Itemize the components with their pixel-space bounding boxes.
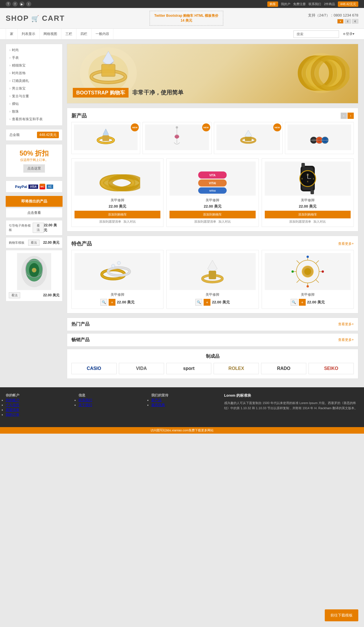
product-image [288, 125, 351, 150]
nav-list[interactable]: 列表显示 [18, 29, 40, 39]
my-account-link[interactable]: 我的户 [281, 2, 290, 6]
template1-look[interactable]: 看法 [33, 223, 44, 233]
footer-link-account[interactable]: 您的账户 [6, 398, 19, 402]
promo-box: Twitter Bootstrap 购物车 HTML 模板售价 14 美元 [150, 11, 224, 26]
bestseller-see-more[interactable]: 查看更多+ [338, 338, 354, 342]
svg-rect-57 [301, 163, 305, 167]
top-bar: T f ▶ t 购客 我的户 免费注册 联系我们 2件商品 448.42元元 [0, 0, 364, 8]
flag-eur[interactable]: € [352, 19, 358, 24]
coming-soon-btn[interactable]: 即将推出的产品 [6, 196, 63, 207]
product-name: 美甲修脚 [169, 198, 255, 203]
brand-rado[interactable]: RADO [261, 363, 306, 374]
next-btn[interactable]: › [348, 113, 354, 119]
sidebar-item-beads[interactable]: 散珠 [6, 108, 62, 115]
flag-cny[interactable]: ¥ [337, 19, 344, 24]
svg-rect-22 [102, 135, 109, 141]
shop-button[interactable]: 购客 [267, 1, 278, 7]
brand-casio[interactable]: CASIO [71, 363, 117, 374]
nav-home[interactable]: 家 [6, 29, 18, 39]
hot-see-more[interactable]: 查看更多+ [338, 322, 354, 327]
nav-general[interactable]: 一般内容 [92, 29, 113, 39]
brand-vida[interactable]: VIDA [119, 363, 164, 374]
paypal-box: PayPal VISA MC AE [6, 181, 63, 193]
template2-look[interactable]: 看法 [28, 240, 40, 246]
footer-link-new-products[interactable]: 新产品 [151, 398, 162, 402]
search-input[interactable] [293, 30, 339, 38]
list-item [285, 122, 354, 154]
youtube-icon[interactable]: ▶ [19, 1, 24, 7]
twitter-icon[interactable]: T [6, 1, 11, 7]
main-container: 时尚 手表 精细珠宝 时尚首饰 订婚及婚礼 男士珠宝 复古与古董 裸钻 散珠 查… [0, 40, 364, 387]
sidebar-item-antique[interactable]: 复古与古董 [6, 92, 62, 100]
add-to-cart-button[interactable]: 添加到购物车 [75, 211, 160, 218]
cart-items-link[interactable]: 2件商品 [324, 2, 335, 6]
sidebar-item-mens[interactable]: 男士珠宝 [6, 85, 62, 92]
footer-link-about[interactable]: 关于我们 [78, 403, 92, 407]
brand-seiko[interactable]: SEIKO [309, 363, 354, 374]
product-image [265, 253, 351, 290]
flag-buttons: ¥ £ € [308, 19, 358, 24]
zoom-icon[interactable]: 🔍 [100, 299, 107, 306]
featured-see-more[interactable]: 查看更多+ [338, 241, 354, 246]
product-name: 美甲修脚 [265, 292, 351, 297]
jewel-look-btn[interactable]: 看法 [9, 292, 20, 298]
plus-icon[interactable]: + [299, 299, 306, 306]
product-price: 22.00 美元 [169, 204, 255, 209]
footer-link-orders[interactable]: 我的订单 [6, 413, 19, 417]
header-promo: Twitter Bootstrap 购物车 HTML 模板售价 14 美元 [150, 11, 224, 26]
zoom-icon[interactable]: 🔍 [195, 299, 202, 306]
brand-rolex[interactable]: ROLEX [214, 363, 259, 374]
wishlist-link[interactable]: 添加到愿望清单 [289, 220, 311, 224]
hot-products-title: 热门产品 [71, 321, 90, 327]
footer-link-wishlist[interactable]: 愿望清单 [6, 408, 19, 412]
tumblr-icon[interactable]: t [26, 1, 31, 7]
facebook-icon[interactable]: f [13, 1, 18, 7]
prev-btn[interactable]: ‹ [341, 113, 347, 119]
top-bar-right: 购客 我的户 免费注册 联系我们 2件商品 448.42元元 [267, 1, 358, 7]
list-item: NEW [214, 122, 283, 154]
product-image: VITA VITAI VITAI [169, 162, 255, 196]
compare-link[interactable]: 加入对比 [123, 220, 136, 224]
logo[interactable]: SHOP 🛒 CART [6, 14, 65, 23]
sidebar-item-fashion-jewelry[interactable]: 时尚首饰 [6, 69, 62, 77]
sidebar-item-all[interactable]: 查看所有珠宝和手表 [6, 115, 62, 123]
discount-btn[interactable]: 点击这里 [23, 164, 45, 173]
svg-line-77 [297, 280, 300, 283]
footer-link-contact[interactable]: 联系我们 [78, 398, 92, 402]
plus-icon[interactable]: + [204, 299, 210, 306]
footer-link-profile[interactable]: 个人信息 [6, 403, 19, 407]
wishlist-link[interactable]: 添加到愿望清单 [99, 220, 121, 224]
svg-point-80 [291, 270, 294, 273]
sidebar-item-fashion[interactable]: 时尚 [6, 46, 62, 54]
sidebar-item-engagement[interactable]: 订婚及婚礼 [6, 77, 62, 85]
template2-price: 22.00 美元 [43, 240, 59, 245]
bangles-image [293, 48, 349, 98]
nav-3col[interactable]: 三栏 [61, 29, 76, 39]
login-button[interactable]: ⊕登录▾ [339, 30, 358, 38]
brand-sport[interactable]: sport [166, 363, 212, 374]
nav-grid[interactable]: 网格视图 [40, 29, 61, 39]
register-link[interactable]: 免费注册 [293, 2, 306, 6]
nav-4col[interactable]: 四栏 [76, 29, 92, 39]
sidebar-item-fine-jewelry[interactable]: 精细珠宝 [6, 62, 62, 69]
add-to-cart-button[interactable]: 添加到购物车 [265, 211, 351, 218]
featured-section: 特色产品 查看更多+ [67, 236, 358, 313]
jewel-price-row: 看法 22.00 美元 [9, 292, 59, 298]
footer-link-best-deals[interactable]: 最高优惠 [151, 403, 165, 407]
cart-total-button[interactable]: 448.42元元 [338, 1, 358, 7]
flag-gbp[interactable]: £ [345, 19, 351, 24]
product-image [74, 125, 138, 150]
contact-link[interactable]: 联系我们 [309, 2, 321, 6]
nav-search: ⊕登录▾ [293, 30, 358, 38]
compare-link[interactable]: 加入对比 [313, 220, 326, 224]
zoom-icon[interactable]: 🔍 [291, 299, 297, 306]
sidebar-item-diamond[interactable]: 裸钻 [6, 100, 62, 108]
add-to-cart-button[interactable]: 添加到购物车 [169, 211, 255, 218]
compare-link[interactable]: 加入对比 [218, 220, 231, 224]
sidebar-item-watch[interactable]: 手表 [6, 54, 62, 62]
template1-name: 引导电子商务模板 [9, 224, 33, 232]
content: BOOTSTRAP 购物车 非常干净，使用简单 新产品 ‹ › NEW [67, 44, 358, 383]
wishlist-link[interactable]: 添加到愿望清单 [194, 220, 216, 224]
new-products-header: 新产品 ‹ › [71, 112, 354, 119]
plus-icon[interactable]: + [109, 299, 115, 306]
